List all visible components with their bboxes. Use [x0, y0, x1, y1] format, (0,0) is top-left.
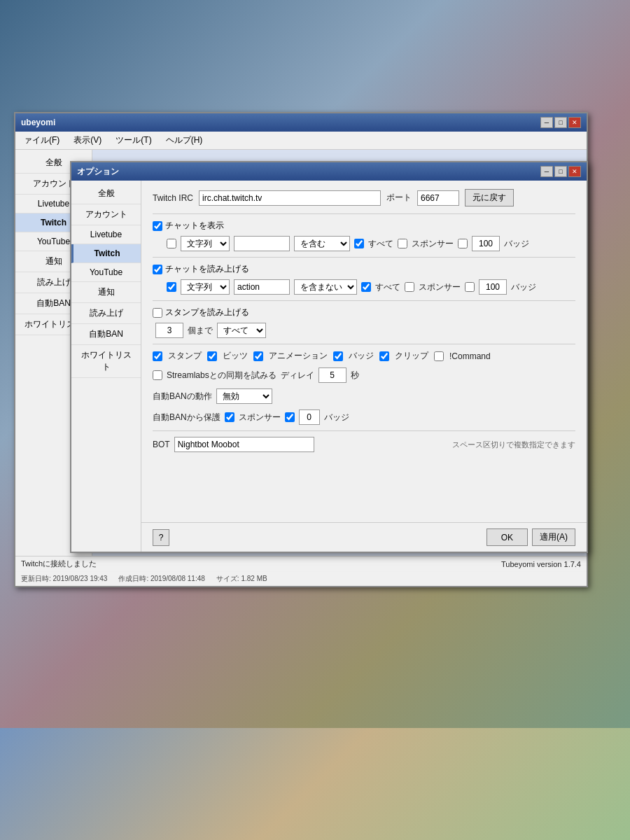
menu-tools[interactable]: ツール(T) — [113, 133, 154, 148]
main-window-title: ubeyomi — [21, 118, 55, 127]
show-badge-checkbox[interactable] — [458, 239, 468, 248]
auto-ban-protect-row: 自動BANから保護 スポンサー バッジ — [153, 410, 575, 425]
desktop-bottom — [0, 728, 630, 840]
stamp-count-row: 個まで すべて — [153, 323, 575, 338]
ok-button[interactable]: OK — [486, 528, 528, 546]
stamp-all-select[interactable]: すべて — [217, 323, 266, 338]
update-date: 更新日時: 2019/08/23 19:43 — [21, 574, 107, 584]
delay-input[interactable] — [318, 368, 346, 383]
options-sidebar: 全般 アカウント Livetube Twitch YouTube 通知 読み上げ… — [71, 181, 141, 552]
show-chat-checkbox[interactable] — [153, 221, 162, 231]
opt-sidebar-notification[interactable]: 通知 — [71, 282, 141, 303]
badge-feature-label: バッジ — [349, 350, 374, 362]
opt-sidebar-autoban[interactable]: 自動BAN — [71, 324, 141, 345]
auto-ban-select[interactable]: 無効 警告 BAN — [216, 388, 272, 404]
options-maximize-button[interactable]: □ — [554, 166, 567, 177]
options-minimize-button[interactable]: ─ — [540, 166, 553, 177]
divider-4 — [153, 344, 575, 344]
read-chat-label: チャットを読み上げる — [165, 263, 249, 275]
file-size: サイズ: 1.82 MB — [216, 574, 267, 584]
opt-sidebar-whitelist[interactable]: ホワイトリスト — [71, 345, 141, 378]
show-badge-input[interactable] — [472, 236, 500, 251]
opt-sidebar-youtube[interactable]: YouTube — [71, 263, 141, 282]
opt-sidebar-account[interactable]: アカウント — [71, 204, 141, 225]
opt-sidebar-general[interactable]: 全般 — [71, 183, 141, 204]
return-button[interactable]: 元に戻す — [465, 189, 514, 206]
menu-file[interactable]: ァイル(F) — [21, 133, 62, 148]
opt-sidebar-twitch[interactable]: Twitch — [71, 244, 141, 263]
protect-badge-input[interactable] — [299, 410, 320, 425]
read-stamp-checkbox[interactable] — [153, 308, 162, 318]
show-chat-row: チャットを表示 — [153, 220, 575, 232]
divider-5 — [153, 430, 575, 431]
options-panel-container: Twitch IRC ポート 元に戻す チャットを表示 文字列 — [141, 181, 587, 552]
stamp-count-label: 個まで — [188, 325, 213, 337]
stamp-count-input[interactable] — [155, 323, 183, 338]
options-panel: Twitch IRC ポート 元に戻す チャットを表示 文字列 — [141, 181, 587, 522]
file-info-bar: 更新日時: 2019/08/23 19:43 作成日時: 2019/08/08 … — [15, 571, 587, 586]
read-all-checkbox[interactable] — [361, 282, 371, 292]
divider-2 — [153, 257, 575, 258]
clip-label: クリップ — [395, 350, 428, 362]
options-titlebar-controls: ─ □ ✕ — [540, 166, 581, 177]
stamp-feature-checkbox[interactable] — [153, 351, 162, 361]
show-filter-checkbox[interactable] — [167, 239, 176, 248]
show-filter-input[interactable] — [234, 236, 290, 251]
titlebar-controls: ─ □ ✕ — [540, 117, 581, 128]
protect-sponsor-checkbox[interactable] — [225, 412, 234, 422]
protect-label: 自動BANから保護 — [153, 412, 220, 424]
bits-checkbox[interactable] — [207, 351, 217, 361]
streamlabs-checkbox[interactable] — [153, 370, 162, 380]
protect-badge-checkbox[interactable] — [285, 412, 295, 422]
show-chat-filter-row: 文字列 を含む すべて スポンサー バッジ — [153, 236, 575, 251]
opt-sidebar-livetube[interactable]: Livetube — [71, 225, 141, 244]
show-sponsor-checkbox[interactable] — [398, 239, 407, 248]
read-sponsor-checkbox[interactable] — [405, 282, 414, 292]
bits-label: ビッツ — [223, 350, 248, 362]
minimize-button[interactable]: ─ — [540, 117, 553, 128]
read-chat-checkbox[interactable] — [153, 265, 162, 274]
show-all-checkbox[interactable] — [354, 239, 364, 248]
irc-row: Twitch IRC ポート 元に戻す — [153, 189, 575, 206]
options-close-button[interactable]: ✕ — [568, 166, 581, 177]
command-checkbox[interactable] — [434, 351, 444, 361]
features-row: スタンプ ビッツ アニメーション バッジ クリップ !Command — [153, 350, 575, 362]
streamlabs-label: Streamlabsとの同期を試みる — [167, 370, 276, 382]
show-type-select[interactable]: 文字列 — [181, 236, 230, 251]
read-badge-checkbox[interactable] — [465, 282, 475, 292]
animation-checkbox[interactable] — [253, 351, 263, 361]
close-button[interactable]: ✕ — [568, 117, 581, 128]
show-badge-label: バッジ — [504, 238, 529, 250]
show-condition-select[interactable]: を含む — [294, 236, 350, 251]
read-badge-input[interactable] — [479, 279, 507, 295]
menu-view[interactable]: 表示(V) — [71, 133, 104, 148]
port-input[interactable] — [417, 190, 459, 206]
read-badge-label: バッジ — [511, 281, 536, 293]
opt-sidebar-readout[interactable]: 読み上げ — [71, 303, 141, 324]
auto-ban-label: 自動BANの動作 — [153, 391, 212, 402]
irc-server-input[interactable] — [199, 190, 381, 206]
maximize-button[interactable]: □ — [554, 117, 567, 128]
options-bottom-bar: ? OK 適用(A) — [141, 522, 587, 552]
irc-label: Twitch IRC — [153, 193, 193, 203]
read-type-select[interactable]: 文字列 — [181, 279, 230, 295]
apply-button[interactable]: 適用(A) — [532, 528, 575, 546]
show-all-label: すべて — [368, 238, 393, 250]
options-title: オプション — [77, 166, 119, 178]
options-body: 全般 アカウント Livetube Twitch YouTube 通知 読み上げ… — [71, 181, 587, 552]
badge-feature-checkbox[interactable] — [333, 351, 343, 361]
animation-label: アニメーション — [269, 350, 328, 362]
read-condition-select[interactable]: を含まない — [294, 279, 357, 295]
help-button[interactable]: ? — [153, 529, 169, 546]
read-filter-input[interactable] — [234, 279, 290, 295]
options-titlebar: オプション ─ □ ✕ — [71, 162, 587, 181]
clip-checkbox[interactable] — [379, 351, 389, 361]
menu-help[interactable]: ヘルプ(H) — [163, 133, 206, 148]
show-sponsor-label: スポンサー — [412, 238, 454, 250]
read-filter-checkbox[interactable] — [167, 282, 176, 292]
bot-input[interactable] — [174, 437, 314, 452]
read-sponsor-label: スポンサー — [419, 281, 461, 293]
main-menubar: ァイル(F) 表示(V) ツール(T) ヘルプ(H) — [15, 132, 587, 150]
bot-row: BOT スペース区切りで複数指定できます — [153, 437, 575, 452]
bot-label: BOT — [153, 440, 170, 449]
